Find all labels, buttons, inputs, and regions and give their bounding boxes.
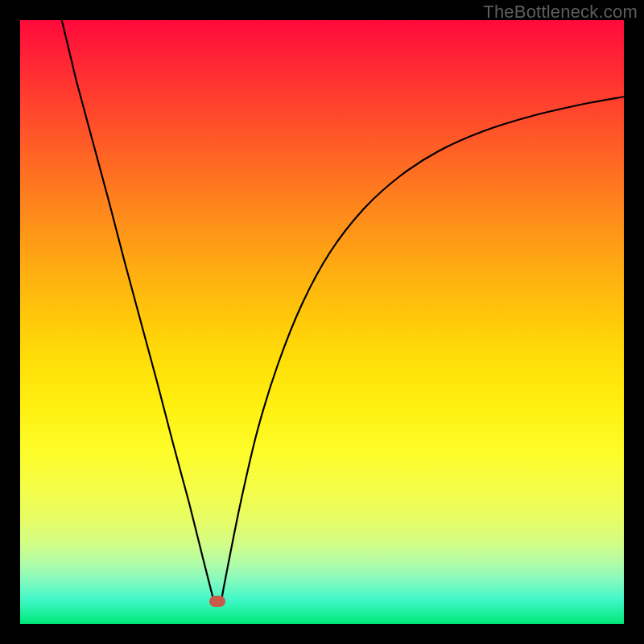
plot-area (20, 20, 624, 624)
chart-frame: TheBottleneck.com (0, 0, 644, 644)
curve-left-branch (62, 20, 214, 601)
curve-right-branch (221, 97, 624, 601)
minimum-marker (209, 596, 225, 607)
curve-layer (20, 20, 624, 624)
watermark-text: TheBottleneck.com (483, 2, 638, 23)
